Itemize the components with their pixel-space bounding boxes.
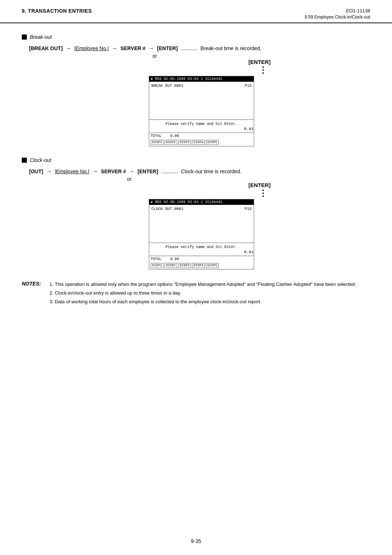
screen-line1-right: P1S bbox=[245, 83, 252, 89]
sub-title: 9.59 Employee Clock-in/Clock-out bbox=[305, 15, 370, 20]
screen-date: 02-06-1999 bbox=[164, 77, 185, 81]
break-out-screen: ● REG 02-06-1999 03:04 1 ICLKend1 BREAK … bbox=[149, 76, 254, 146]
screen-verify-text: Please verify name and hit Enter. bbox=[149, 122, 254, 126]
arrow1: → bbox=[66, 45, 72, 52]
clock-screen-time: 03:04 bbox=[188, 200, 199, 204]
clock-arrow1: → bbox=[46, 168, 52, 175]
note-item-1: This operation is allowed only when the … bbox=[55, 280, 356, 288]
break-out-step4: [ENTER] bbox=[157, 45, 178, 51]
clock-screen-line1: CLOCK OUT 0001 P1S bbox=[151, 206, 252, 212]
clock-out-vertical-dots bbox=[156, 189, 370, 198]
content-area: Break-out [BREAK OUT] → |Employee No.| →… bbox=[0, 23, 392, 317]
screen-line1: BREAK OUT 0001 P1S bbox=[151, 83, 252, 89]
screen-time: 03:04 bbox=[188, 77, 199, 81]
clock-screen-footer-total: TOTAL 0.00 bbox=[151, 257, 179, 261]
clock-out-title: Clock-out bbox=[22, 157, 370, 163]
bullet-icon bbox=[22, 35, 27, 40]
arrow2: → bbox=[112, 45, 118, 52]
screen-line1-left: BREAK OUT 0001 bbox=[151, 83, 183, 89]
dot1 bbox=[262, 66, 264, 68]
clock-disp5-btn[interactable]: DISP5 bbox=[206, 263, 219, 268]
page-number: 9-35 bbox=[191, 538, 201, 544]
clock-out-label: Clock-out bbox=[30, 157, 51, 163]
screen-total-label: TOTAL bbox=[151, 134, 162, 138]
clock-out-step2: |Employee No.| bbox=[55, 169, 89, 174]
clock-dot2 bbox=[262, 193, 264, 194]
clock-dot3 bbox=[262, 195, 264, 197]
clock-screen-body: CLOCK OUT 0001 P1S bbox=[149, 205, 254, 241]
break-out-step3: SERVER # bbox=[121, 45, 146, 51]
clock-screen-value: 0.01 bbox=[149, 250, 254, 254]
clock-screen-line1-left: CLOCK OUT 0001 bbox=[151, 206, 183, 212]
break-out-result: Break-out time is recorded. bbox=[200, 45, 261, 51]
clock-screen-verify: Please verify name and hit Enter. bbox=[149, 245, 254, 249]
break-out-flow-row: [BREAK OUT] → |Employee No.| → SERVER # … bbox=[29, 45, 370, 52]
break-out-label: Break-out bbox=[30, 34, 52, 40]
page-footer: 9-35 bbox=[0, 538, 392, 544]
clock-screen-header: ● REG 02-06-1999 03:04 1 ICLKend1 bbox=[149, 199, 254, 205]
disp3-btn[interactable]: DISP3 bbox=[178, 140, 191, 145]
screen-bullet: ● bbox=[151, 77, 153, 81]
clock-bullet-icon bbox=[22, 158, 27, 163]
break-out-step1: [BREAK OUT] bbox=[29, 45, 63, 51]
clock-screen-mode: REG bbox=[155, 200, 162, 204]
break-out-dots: ............ bbox=[181, 45, 198, 51]
clock-dot1 bbox=[262, 190, 264, 191]
arrow3: → bbox=[148, 45, 154, 52]
clock-screen-date: 02-06-1999 bbox=[164, 200, 185, 204]
clock-arrow3: → bbox=[129, 168, 135, 175]
screen-name: ICLKend1 bbox=[205, 77, 222, 81]
clock-out-dots: ............ bbox=[161, 169, 178, 174]
break-out-enter: [ENTER] bbox=[149, 59, 370, 65]
note-item-3: Data of working total hours of each empl… bbox=[55, 298, 356, 306]
screen-header-left: ● REG 02-06-1999 03:04 1 ICLKend1 bbox=[151, 77, 222, 81]
clock-disp2-btn[interactable]: DISP2 bbox=[164, 263, 177, 268]
notes-label: NOTES: bbox=[22, 280, 41, 307]
break-out-vertical-dots bbox=[156, 66, 370, 74]
disp2-btn[interactable]: DISP2 bbox=[164, 140, 177, 145]
clock-screen-separator bbox=[149, 243, 254, 243]
dot2 bbox=[262, 69, 264, 71]
page-header: 9. TRANSACTION ENTRIES EO1-11138 9.59 Em… bbox=[0, 0, 392, 23]
notes-list: This operation is allowed only when the … bbox=[48, 280, 356, 306]
break-out-or: or bbox=[152, 53, 157, 59]
screen-buttons: DISP1 DISP2 DISP3 DISP4 DISP5 bbox=[149, 139, 254, 146]
clock-out-section: Clock-out [OUT] → |Employee No.| → SERVE… bbox=[22, 157, 370, 270]
screen-total-value: 0.00 bbox=[170, 134, 179, 138]
clock-out-enter: [ENTER] bbox=[149, 182, 370, 188]
section-title: 9. TRANSACTION ENTRIES bbox=[22, 8, 92, 14]
note-item-2: Clock-in/clock-out entry is allowed up t… bbox=[55, 289, 356, 297]
doc-number: EO1-11138 bbox=[305, 8, 370, 13]
clock-screen-name: ICLKend1 bbox=[205, 200, 222, 204]
screen-separator1 bbox=[149, 119, 254, 120]
clock-out-screen: ● REG 02-06-1999 03:04 1 ICLKend1 CLOCK … bbox=[149, 199, 254, 270]
break-out-or-row: or bbox=[29, 53, 370, 59]
screen-value: 0.01 bbox=[149, 127, 254, 131]
dot3 bbox=[262, 72, 264, 74]
clock-out-or: or bbox=[127, 176, 131, 182]
break-out-section: Break-out [BREAK OUT] → |Employee No.| →… bbox=[22, 34, 370, 146]
break-out-step2: |Employee No.| bbox=[74, 45, 109, 51]
screen-num: 1 bbox=[201, 77, 203, 81]
disp5-btn[interactable]: DISP5 bbox=[206, 140, 219, 145]
clock-disp1-btn[interactable]: DISP1 bbox=[151, 263, 163, 268]
clock-screen-footer: TOTAL 0.00 bbox=[149, 256, 254, 262]
disp4-btn[interactable]: DISP4 bbox=[192, 140, 205, 145]
break-out-title: Break-out bbox=[22, 34, 370, 40]
disp1-btn[interactable]: DISP1 bbox=[151, 140, 163, 145]
clock-screen-buttons: DISP1 DISP2 DISP3 DISP4 DISP5 bbox=[149, 262, 254, 269]
screen-header: ● REG 02-06-1999 03:04 1 ICLKend1 bbox=[149, 76, 254, 82]
page: 9. TRANSACTION ENTRIES EO1-11138 9.59 Em… bbox=[0, 0, 392, 555]
clock-disp3-btn[interactable]: DISP3 bbox=[178, 263, 191, 268]
clock-screen-bullet: ● bbox=[151, 200, 153, 204]
clock-disp4-btn[interactable]: DISP4 bbox=[192, 263, 205, 268]
clock-total-value: 0.00 bbox=[170, 257, 179, 261]
clock-screen-header-left: ● REG 02-06-1999 03:04 1 ICLKend1 bbox=[151, 200, 222, 204]
screen-mode: REG bbox=[155, 77, 162, 81]
doc-info: EO1-11138 9.59 Employee Clock-in/Clock-o… bbox=[305, 8, 370, 20]
clock-out-step1: [OUT] bbox=[29, 169, 43, 174]
clock-out-flow-row: [OUT] → |Employee No.| → SERVER # → [ENT… bbox=[29, 168, 370, 175]
clock-out-step3: SERVER # bbox=[101, 169, 126, 174]
clock-screen-num: 1 bbox=[201, 200, 203, 204]
clock-out-step4: [ENTER] bbox=[138, 169, 158, 174]
